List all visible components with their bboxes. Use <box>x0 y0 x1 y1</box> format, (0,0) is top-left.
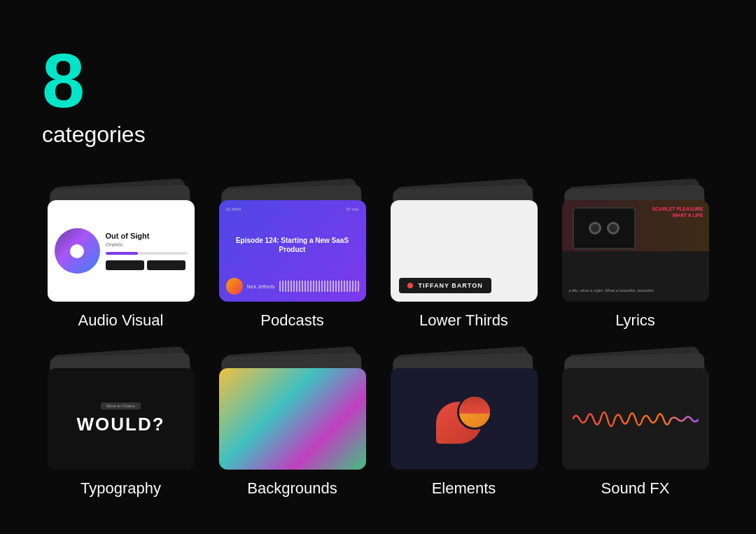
category-audio-visual[interactable]: Out of Sight Oneiric Audio Vi <box>42 183 200 330</box>
pod-episode-title: Episode 124: Starting a New SaaS Product <box>226 236 359 254</box>
category-elements[interactable]: Elements <box>385 351 542 498</box>
category-label-sfx: Sound FX <box>601 479 670 498</box>
av-artwork <box>55 228 100 274</box>
sfx-wave-svg <box>573 402 699 437</box>
pod-num: 12 2024 <box>226 207 241 211</box>
cassette-reel-right <box>607 222 620 234</box>
elements-face <box>457 395 492 430</box>
category-label-bg: Backgrounds <box>247 479 337 498</box>
thumbnail-elements <box>391 368 538 470</box>
categories-label: categories <box>42 122 714 148</box>
thumbnail-podcasts: 12 2024 37 min Episode 124: Starting a N… <box>219 200 366 302</box>
category-label-lyrics: Lyrics <box>615 311 655 330</box>
elements-face-top <box>459 397 490 414</box>
folder-lyrics: SCARLET PLEASUREWHAT A LIFE a life, what… <box>559 183 713 302</box>
av-progress-fill <box>106 252 139 255</box>
elements-graphic <box>436 395 492 444</box>
category-label-lt: Lower Thirds <box>419 311 508 330</box>
folder-elements <box>387 351 541 470</box>
category-label-elements: Elements <box>432 479 496 498</box>
av-btn-1 <box>106 260 144 270</box>
folder-front-pod: 12 2024 37 min Episode 124: Starting a N… <box>219 200 366 302</box>
folder-sound-fx <box>559 351 713 470</box>
folder-front-bg <box>219 368 366 470</box>
folder-front-av: Out of Sight Oneiric <box>48 200 195 302</box>
typo-word: WOULD? <box>76 414 164 435</box>
pod-bottom: Nick Jeffords <box>226 278 359 295</box>
category-backgrounds[interactable]: Backgrounds <box>214 351 371 498</box>
folder-typography: More in Chains WOULD? <box>44 351 198 470</box>
pod-meta: 12 2024 37 min <box>226 207 359 211</box>
categories-grid: Out of Sight Oneiric Audio Vi <box>42 183 714 498</box>
lyrics-text: a life, what a night. What a beautiful, … <box>569 288 702 293</box>
categories-count: 8 <box>42 42 714 119</box>
thumbnail-lower-thirds: TIFFANY BARTON <box>391 200 538 302</box>
pod-dur: 37 min <box>346 207 358 211</box>
lt-person-name: TIFFANY BARTON <box>419 282 483 289</box>
pod-waveform <box>279 281 359 292</box>
thumbnail-typography: More in Chains WOULD? <box>48 368 195 470</box>
category-lyrics[interactable]: SCARLET PLEASUREWHAT A LIFE a life, what… <box>556 183 714 330</box>
lt-dot <box>407 283 413 288</box>
av-buttons <box>106 260 188 270</box>
typo-tag: More in Chains <box>101 402 140 409</box>
category-podcasts[interactable]: 12 2024 37 min Episode 124: Starting a N… <box>214 183 371 330</box>
lt-name-bar: TIFFANY BARTON <box>399 278 491 293</box>
folder-front-sfx <box>562 368 709 470</box>
category-label-av: Audio Visual <box>78 311 164 330</box>
av-btn-2 <box>147 260 186 270</box>
sfx-waveform <box>573 402 699 437</box>
av-progress-bar <box>106 252 188 255</box>
category-label-typo: Typography <box>80 479 161 498</box>
category-typography[interactable]: More in Chains WOULD? Typography <box>42 351 200 498</box>
thumbnail-av: Out of Sight Oneiric <box>48 200 195 302</box>
folder-front-typo: More in Chains WOULD? <box>48 368 195 470</box>
pod-avatar <box>226 278 243 295</box>
av-subtitle: Oneiric <box>106 241 188 248</box>
folder-front-lt: TIFFANY BARTON <box>391 200 538 302</box>
thumbnail-backgrounds <box>219 368 366 470</box>
folder-podcasts: 12 2024 37 min Episode 124: Starting a N… <box>216 183 370 302</box>
pod-host-name: Nick Jeffords <box>247 284 275 289</box>
cassette-reel-left <box>589 222 601 234</box>
thumbnail-lyrics: SCARLET PLEASUREWHAT A LIFE a life, what… <box>562 200 709 302</box>
lyrics-song-title: SCARLET PLEASUREWHAT A LIFE <box>652 206 703 218</box>
page: 8 categories Out of Sight Oneiric <box>0 0 756 526</box>
folder-backgrounds <box>216 351 370 470</box>
header: 8 categories <box>42 42 714 148</box>
thumbnail-sound-fx <box>562 368 709 470</box>
category-lower-thirds[interactable]: TIFFANY BARTON Lower Thirds <box>385 183 542 330</box>
category-sound-fx[interactable]: Sound FX <box>556 351 714 498</box>
av-title: Out of Sight <box>106 232 188 240</box>
folder-front-el <box>391 368 538 470</box>
folder-lower-thirds: TIFFANY BARTON <box>387 183 541 302</box>
category-label-pod: Podcasts <box>260 311 324 330</box>
folder-front-lyr: SCARLET PLEASUREWHAT A LIFE a life, what… <box>562 200 709 302</box>
lyrics-cassette <box>573 207 636 249</box>
av-info: Out of Sight Oneiric <box>106 232 188 270</box>
folder-audio-visual: Out of Sight Oneiric <box>44 183 198 302</box>
